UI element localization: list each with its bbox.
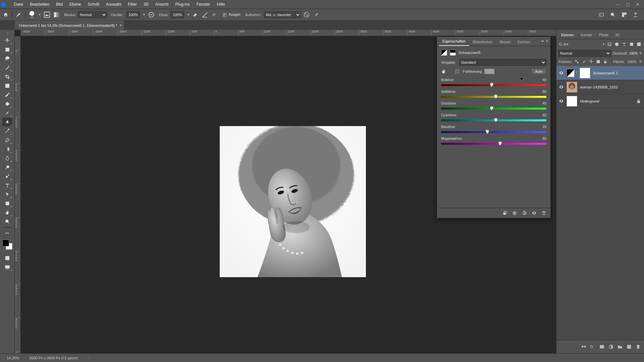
- rectangle-tool[interactable]: [2, 199, 12, 208]
- targeted-adjust-icon[interactable]: [441, 69, 446, 74]
- visibility-toggle[interactable]: [556, 84, 566, 89]
- angle-value[interactable]: 0°: [213, 13, 216, 17]
- chevron-down-icon[interactable]: ▼: [143, 13, 146, 16]
- marquee-tool[interactable]: [2, 45, 12, 54]
- chevron-down-icon[interactable]: ▼: [602, 43, 605, 46]
- lock-icon[interactable]: [636, 99, 641, 104]
- layer-row[interactable]: woman-1439909_1920: [556, 80, 644, 94]
- filter-shape-button[interactable]: [629, 41, 635, 47]
- reset-button[interactable]: [522, 210, 527, 216]
- brush-tool[interactable]: [2, 109, 12, 117]
- preset-select[interactable]: Standard: [459, 59, 546, 66]
- slider-track[interactable]: [441, 118, 546, 123]
- document-info[interactable]: 3000 Px x 3000 Px (72 ppcm): [29, 356, 78, 360]
- tint-checkbox[interactable]: [455, 69, 459, 73]
- flow-input[interactable]: [171, 11, 184, 18]
- view-previous-button[interactable]: [512, 210, 517, 216]
- menu-fenster[interactable]: Fenster: [193, 0, 214, 9]
- layer-effects-button[interactable]: fx: [590, 344, 595, 349]
- slider-value[interactable]: 40: [542, 101, 546, 105]
- slider-track[interactable]: [441, 95, 546, 99]
- clone-stamp-tool[interactable]: [2, 118, 12, 126]
- pressure-opacity-button[interactable]: [148, 11, 155, 18]
- chevron-down-icon[interactable]: ▼: [639, 52, 642, 55]
- layer-row[interactable]: Hintergrund: [556, 94, 644, 108]
- blend-mode-select[interactable]: Normal: [78, 11, 107, 18]
- layers-tab-2[interactable]: Pfade: [595, 31, 612, 39]
- menu-3d[interactable]: 3D: [140, 0, 152, 9]
- add-mask-button[interactable]: [599, 344, 604, 349]
- new-adjustment-button[interactable]: [608, 344, 613, 349]
- eraser-tool[interactable]: [2, 136, 12, 144]
- ignore-adjustments-button[interactable]: [303, 11, 310, 18]
- slider-value[interactable]: 20: [542, 125, 546, 129]
- maximize-button[interactable]: ▢: [623, 1, 633, 7]
- slider-value[interactable]: 60: [542, 113, 546, 117]
- visibility-toggle[interactable]: [556, 99, 566, 104]
- gradient-tool[interactable]: [2, 145, 12, 154]
- workspace-button[interactable]: [621, 11, 628, 18]
- tint-color-swatch[interactable]: [484, 69, 494, 74]
- properties-tab-3[interactable]: Zeichen: [514, 38, 534, 46]
- slider-thumb[interactable]: [494, 95, 497, 99]
- slider-value[interactable]: 40: [542, 78, 546, 82]
- toggle-visibility-button[interactable]: [532, 210, 537, 216]
- menu-ebene[interactable]: Ebene: [66, 0, 85, 9]
- layers-tab-1[interactable]: Kanäle: [577, 31, 595, 39]
- slider-thumb[interactable]: [490, 83, 493, 87]
- path-selection-tool[interactable]: [2, 190, 12, 199]
- color-swatches[interactable]: [2, 240, 12, 250]
- layer-row[interactable]: ⠇Schwarzweiß 1: [556, 66, 644, 80]
- layer-mask-thumb[interactable]: [580, 68, 590, 78]
- new-group-button[interactable]: [618, 344, 623, 349]
- new-layer-button[interactable]: [627, 344, 632, 349]
- document-tab-close[interactable]: ×: [119, 23, 122, 28]
- filter-smart-button[interactable]: [636, 41, 642, 47]
- panel-grip[interactable]: ⠿: [2, 31, 12, 36]
- slider-track[interactable]: [441, 106, 546, 111]
- layers-tab-0[interactable]: Ebenen: [558, 31, 577, 39]
- link-layers-button[interactable]: [581, 344, 586, 349]
- healing-brush-tool[interactable]: [2, 100, 12, 108]
- slider-value[interactable]: 60: [542, 89, 546, 94]
- lock-position-icon[interactable]: [589, 59, 593, 64]
- move-tool[interactable]: [2, 36, 12, 45]
- chevron-right-icon[interactable]: ›: [88, 356, 89, 360]
- edit-toolbar-button[interactable]: •••: [2, 229, 12, 237]
- slider-track[interactable]: [441, 141, 546, 146]
- ruler-horizontal[interactable]: -4000-3500-3000-2500-2000-1500-1000-5000…: [21, 30, 556, 36]
- lock-artboard-icon[interactable]: [596, 59, 600, 64]
- close-window-button[interactable]: ✕: [633, 1, 643, 7]
- canvas-area[interactable]: -4000-3500-3000-2500-2000-1500-1000-5000…: [15, 30, 556, 353]
- filter-pixel-button[interactable]: [606, 41, 612, 47]
- menu-filter[interactable]: Filter: [124, 0, 140, 9]
- ruler-vertical[interactable]: 050010001500200025003000350040004500: [15, 36, 21, 353]
- visibility-toggle[interactable]: [556, 70, 566, 75]
- pressure-size-button[interactable]: [312, 11, 320, 18]
- properties-tab-0[interactable]: Eigenschaften: [439, 37, 469, 46]
- layer-name[interactable]: woman-1439909_1920: [577, 85, 641, 89]
- search-button[interactable]: [609, 11, 616, 18]
- brush-preview[interactable]: 19: [28, 10, 36, 20]
- menu-datei[interactable]: Datei: [10, 0, 26, 9]
- menu-schrift[interactable]: Schrift: [85, 0, 103, 9]
- filter-adjust-button[interactable]: [614, 41, 620, 47]
- menu-plug-ins[interactable]: Plug-ins: [172, 0, 193, 9]
- lock-pixels-icon[interactable]: [582, 59, 586, 64]
- chevron-down-icon[interactable]: ▼: [187, 13, 190, 16]
- cloud-docs-button[interactable]: [598, 11, 605, 18]
- layer-name[interactable]: Schwarzweiß 1: [590, 71, 641, 75]
- magic-wand-tool[interactable]: [2, 63, 12, 72]
- fill-value[interactable]: 100%: [627, 60, 636, 64]
- document-tab[interactable]: Unbenannt-1 bei 14,3% (Schwarzweiß 1, Eb…: [15, 21, 124, 30]
- slider-thumb[interactable]: [486, 130, 489, 134]
- layer-blend-select[interactable]: Normal: [558, 50, 611, 57]
- frame-tool[interactable]: [2, 81, 12, 90]
- lasso-tool[interactable]: [2, 54, 12, 63]
- slider-track[interactable]: [441, 83, 546, 87]
- crop-tool[interactable]: [2, 72, 12, 81]
- quickmask-button[interactable]: [2, 254, 12, 262]
- zoom-tool[interactable]: [2, 217, 12, 226]
- menu-auswahl[interactable]: Auswahl: [103, 0, 124, 9]
- properties-tab-2[interactable]: Absatz: [496, 38, 514, 46]
